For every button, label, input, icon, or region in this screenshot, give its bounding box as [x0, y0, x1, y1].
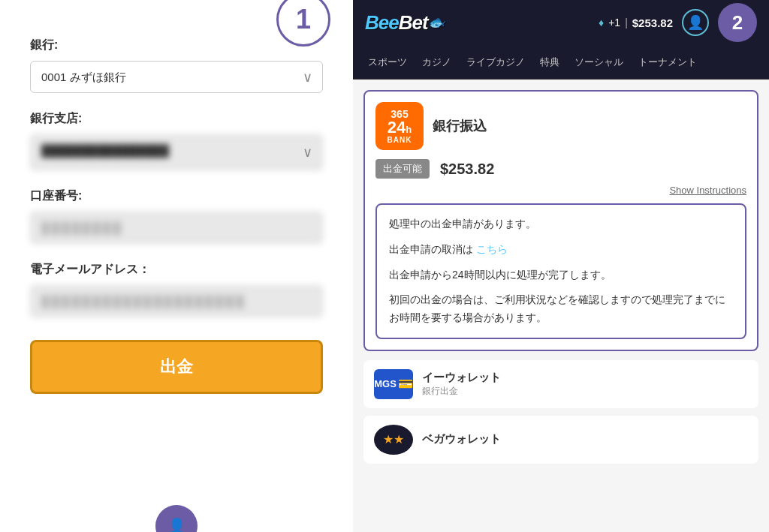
balance: $253.82 [632, 17, 673, 29]
show-instructions-link[interactable]: Show Instructions [375, 185, 746, 196]
nav-casino[interactable]: カジノ [415, 45, 459, 79]
bank-label: 銀行: [30, 38, 323, 53]
bank-select-wrapper: 0001 みずほ銀行 ∨ [30, 61, 323, 93]
vega-wallet-card[interactable]: ★ ★ ベガウォレット [363, 416, 758, 464]
info-line4: 初回の出金の場合は、ご利用状況などを確認しますので処理完了までにお時間を要する場… [389, 291, 733, 327]
step-circle-2: 2 [718, 3, 757, 42]
vega-icon: ★ ★ [374, 425, 413, 455]
logo-bet: Bet [399, 11, 428, 35]
right-panel: BeeBet🐟 ♦ +1 | $253.82 👤 2 スポーツ カジノ ライブカ… [353, 0, 769, 532]
left-panel: 1 銀行: 0001 みずほ銀行 ∨ 銀行支店: ███████████████… [0, 0, 353, 532]
bank-branch-select-wrapper: ████████████████ ∨ [30, 134, 323, 170]
e-wallet-title: イーウォレット [422, 371, 501, 385]
header-stats: ♦ +1 | $253.82 [599, 17, 673, 29]
nav-tokuten[interactable]: 特典 [532, 45, 567, 79]
bank-branch-label: 銀行支店: [30, 111, 323, 127]
card-header: 365 24h BANK 銀行振込 [375, 102, 746, 150]
account-number-label: 口座番号: [30, 188, 323, 204]
user-icon[interactable]: 👤 [682, 9, 709, 36]
info-line3: 出金申請から24時間以内に処理が完了します。 [389, 266, 733, 284]
submit-button[interactable]: 出金 [30, 340, 323, 394]
e-wallet-card[interactable]: MGS 💳 イーウォレット 銀行出金 [363, 360, 758, 408]
bank-select[interactable]: 0001 みずほ銀行 [30, 61, 323, 93]
amount-text: $253.82 [440, 161, 494, 178]
status-badge: 出金可能 [375, 159, 430, 179]
info-link[interactable]: こちら [476, 243, 508, 255]
logo-fish-icon: 🐟 [428, 14, 444, 31]
vega-wallet-info: ベガウォレット [422, 432, 501, 446]
email-label: 電子メールアドレス： [30, 262, 323, 278]
bank-transfer-title: 銀行振込 [433, 117, 487, 135]
account-number-input[interactable]: ████████ [30, 212, 323, 244]
content-area: 365 24h BANK 銀行振込 出金可能 $253.82 Show Inst… [353, 80, 769, 532]
e-wallet-subtitle: 銀行出金 [422, 385, 501, 398]
bank-branch-input[interactable]: ████████████████ [30, 134, 323, 170]
info-line1: 処理中の出金申請があります。 [389, 215, 733, 233]
header: BeeBet🐟 ♦ +1 | $253.82 👤 2 [353, 0, 769, 45]
e-wallet-info: イーウォレット 銀行出金 [422, 371, 501, 398]
email-input[interactable]: ████████████████████ [30, 285, 323, 317]
diamond-icon: ♦ [599, 17, 604, 29]
vega-wallet-title: ベガウォレット [422, 432, 501, 446]
step-circle-bottom: 👤 [155, 505, 198, 532]
nav-social[interactable]: ソーシャル [567, 45, 631, 79]
nav-tournament[interactable]: トーナメント [631, 45, 704, 79]
card-status-row: 出金可能 $253.82 [375, 159, 746, 179]
plus-one: +1 [608, 17, 620, 29]
nav-sports[interactable]: スポーツ [360, 45, 415, 79]
user-avatar-icon: 👤 [687, 14, 704, 31]
info-line2: 出金申請の取消は こちら [389, 241, 733, 259]
mgs-icon: MGS 💳 [374, 369, 413, 399]
nav-live-casino[interactable]: ライブカジノ [459, 45, 532, 79]
nav-bar: スポーツ カジノ ライブカジノ 特典 ソーシャル トーナメント [353, 45, 769, 80]
logo-bee: Bee [365, 11, 399, 35]
logo: BeeBet🐟 [365, 11, 444, 35]
bank-transfer-icon: 365 24h BANK [375, 102, 424, 150]
info-box: 処理中の出金申請があります。 出金申請の取消は こちら 出金申請から24時間以内… [375, 203, 746, 339]
bank-transfer-card: 365 24h BANK 銀行振込 出金可能 $253.82 Show Inst… [363, 90, 758, 351]
